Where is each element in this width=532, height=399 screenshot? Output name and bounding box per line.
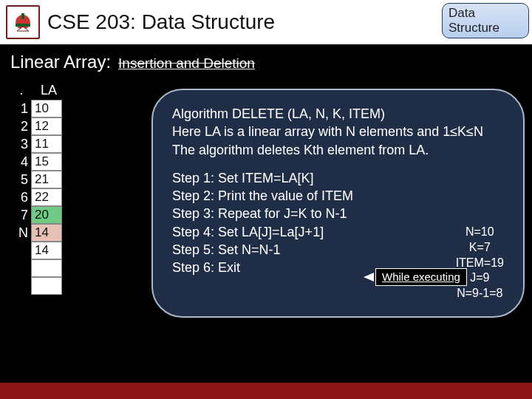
algo-step-3: Step 3: Repeat for J=K to N-1 bbox=[172, 205, 504, 222]
algo-title: Algorithm DELETE (LA, N, K, ITEM) bbox=[172, 105, 504, 123]
array-index: 5 bbox=[15, 171, 31, 188]
array-index: 4 bbox=[15, 153, 31, 171]
university-logo-icon bbox=[6, 5, 40, 39]
course-badge: Data Structure bbox=[442, 3, 529, 38]
array-index: 1 bbox=[15, 100, 31, 117]
var-nres: N=9-1=8 bbox=[456, 286, 504, 301]
array-row: 14 bbox=[15, 242, 64, 259]
array-cell: 22 bbox=[31, 188, 62, 206]
algo-step-4: Step 4: Set LA[J]=La[J+1] bbox=[172, 223, 504, 241]
array-cell: 12 bbox=[31, 117, 62, 135]
array-visual: . LA 110212311415521622720N1414 bbox=[15, 83, 64, 295]
array-index bbox=[15, 242, 31, 259]
array-row bbox=[15, 259, 64, 277]
var-item: ITEM=19 bbox=[456, 256, 504, 271]
array-index: N bbox=[15, 224, 31, 242]
array-row bbox=[15, 277, 64, 295]
array-index: 3 bbox=[15, 135, 31, 153]
array-cell: 10 bbox=[31, 100, 62, 117]
array-header-la: LA bbox=[34, 83, 64, 98]
var-j: J=9 bbox=[456, 270, 504, 286]
array-row: 415 bbox=[15, 153, 64, 171]
array-cell: 14 bbox=[31, 224, 62, 242]
array-cell: 14 bbox=[31, 242, 62, 259]
while-label: While executing bbox=[375, 268, 467, 286]
array-row: 720 bbox=[15, 206, 64, 224]
array-cell: 11 bbox=[31, 135, 62, 153]
array-header-dot: . bbox=[15, 83, 28, 98]
array-index bbox=[15, 277, 31, 295]
array-index: 2 bbox=[15, 117, 31, 135]
array-index: 7 bbox=[15, 206, 31, 224]
array-cell: 15 bbox=[31, 153, 62, 171]
algo-desc-2: The algorithm deletes Kth element from L… bbox=[172, 141, 504, 159]
algo-step-5: Step 5: Set N=N-1 bbox=[172, 241, 504, 259]
array-row: 521 bbox=[15, 171, 64, 188]
array-index: 6 bbox=[15, 188, 31, 206]
algo-step-1: Step 1: Set ITEM=LA[K] bbox=[172, 169, 504, 187]
var-n: N=10 bbox=[456, 225, 504, 240]
logo-svg bbox=[10, 9, 36, 35]
topic-sub: Insertion and Deletion bbox=[118, 55, 255, 72]
course-title: CSE 203: Data Structure bbox=[47, 10, 275, 34]
algo-step-2: Step 2: Print the value of ITEM bbox=[172, 187, 504, 205]
array-cell: 20 bbox=[31, 206, 62, 224]
var-k: K=7 bbox=[456, 240, 504, 256]
array-cell bbox=[31, 259, 62, 277]
array-row: 212 bbox=[15, 117, 64, 135]
footer-bar bbox=[0, 383, 532, 399]
array-cell bbox=[31, 277, 62, 295]
slide-subheader: Linear Array: Insertion and Deletion bbox=[0, 44, 532, 75]
arrow-left-icon bbox=[364, 273, 374, 282]
slide-header: CSE 203: Data Structure Data Structure bbox=[0, 0, 532, 44]
array-row: N14 bbox=[15, 224, 64, 242]
svg-rect-1 bbox=[21, 13, 24, 19]
array-row: 311 bbox=[15, 135, 64, 153]
array-cell: 21 bbox=[31, 171, 62, 188]
while-executing-callout: While executing bbox=[364, 268, 467, 286]
array-row: 110 bbox=[15, 100, 64, 117]
algorithm-box: Algorithm DELETE (LA, N, K, ITEM) Here L… bbox=[151, 89, 525, 318]
array-row: 622 bbox=[15, 188, 64, 206]
array-index bbox=[15, 259, 31, 277]
topic-main: Linear Array: bbox=[10, 52, 111, 72]
algo-desc-1: Here LA is a linear array with N element… bbox=[172, 123, 504, 140]
trace-variables: N=10 K=7 ITEM=19 J=9 N=9-1=8 bbox=[456, 225, 504, 301]
